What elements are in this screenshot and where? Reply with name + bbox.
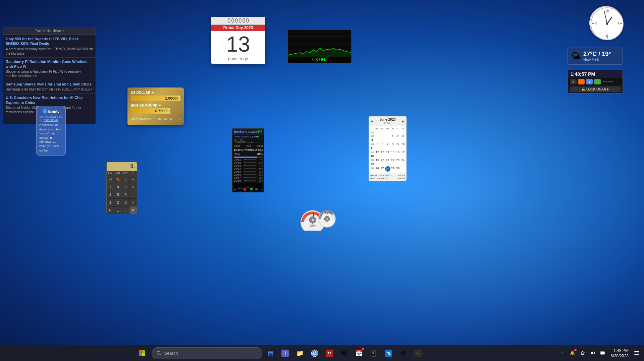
taskbar-phone-btn[interactable]: 📱 [367, 347, 380, 360]
calc-square[interactable]: x² [107, 176, 114, 183]
info-link[interactable]: tomshardware.co m/feeds/all [39, 115, 63, 122]
calc-decimal[interactable]: . [122, 206, 129, 214]
mini-cal-day-cell[interactable]: 29 [390, 166, 395, 172]
taskbar-time: 1:48 PM [611, 348, 629, 354]
mini-cal-day-cell[interactable]: 28 [385, 166, 390, 172]
calc-2[interactable]: 2 [114, 199, 122, 206]
mini-cal-prev[interactable]: ◀ [371, 119, 373, 123]
mini-cal-day-cell[interactable]: 3 [400, 134, 406, 138]
calc-mem-recall[interactable]: MR [114, 171, 122, 176]
mini-cal-day-cell[interactable]: 15 [390, 150, 395, 154]
search-bar[interactable]: Search [152, 347, 262, 359]
start-button[interactable] [136, 347, 149, 360]
taskbar-app7-btn[interactable]: 📅 [352, 347, 366, 360]
calc-mem-clear[interactable]: MC [122, 171, 130, 176]
svg-text:⚙: ⚙ [312, 219, 314, 222]
mini-cal-day-cell[interactable]: 17 [400, 150, 406, 154]
mini-cal-day-cell[interactable]: 10 [400, 142, 406, 146]
mini-cal-day-cell[interactable]: 12 [375, 150, 380, 154]
cpu-core-pct: 2% [257, 171, 263, 173]
mini-cal-day-cell[interactable]: 18 [370, 154, 375, 158]
svg-marker-40 [591, 351, 593, 355]
mini-cal-day-cell[interactable]: 20 [380, 158, 385, 162]
tray-notification[interactable]: 🔔 [568, 348, 577, 358]
mini-cal-day-cell[interactable]: 16 [395, 150, 400, 154]
calc-4[interactable]: 4 [107, 191, 114, 198]
mini-cal-day-cell[interactable]: 23 [395, 158, 400, 162]
lock-button[interactable]: 🔒 LOCK ON/OFF [570, 86, 621, 92]
tray-battery[interactable] [598, 348, 607, 358]
calc-1[interactable]: 1 [107, 199, 114, 206]
mini-cal-day-cell[interactable]: 9 [395, 142, 400, 146]
mini-cal-day-cell[interactable]: 14 [385, 150, 390, 154]
currency-add-btn[interactable]: + [178, 116, 180, 122]
calc-6[interactable]: 6 [122, 191, 129, 198]
notification-center-btn[interactable] [632, 348, 641, 358]
taskbar-teams-btn[interactable]: T [278, 347, 292, 360]
mini-cal-day-cell[interactable]: 25 [370, 162, 375, 166]
calc-9[interactable]: 9 [122, 183, 129, 191]
currency-to-label[interactable]: BRITISH POUND ▼ [131, 104, 180, 107]
calc-multiply[interactable]: × [129, 183, 137, 191]
mini-cal-day-cell[interactable]: 6 [380, 142, 385, 146]
mini-cal-day-cell[interactable]: 22 [390, 158, 395, 162]
news-item-title[interactable]: Only $59 for the Superfast 1TB WD_Black … [6, 37, 93, 46]
taskbar-terminal-btn[interactable]: ≥_ [411, 347, 425, 360]
cpu-core-bar [244, 165, 256, 166]
calc-percent[interactable]: % [114, 176, 122, 183]
taskbar-store-btn[interactable]: 🛍 [382, 347, 395, 360]
calc-plus[interactable]: + [129, 199, 137, 206]
taskbar-widgets-btn[interactable]: ▦ [264, 347, 277, 360]
cpu-core-bar [244, 174, 256, 175]
mini-cal-day-cell[interactable]: 27 [380, 166, 385, 172]
mini-cal-week-row: 262627282930 [370, 166, 406, 172]
calc-sqrt[interactable]: √ [122, 176, 129, 183]
mini-cal-day-cell[interactable]: 30 [395, 166, 400, 172]
mini-cal-day-cell[interactable]: 21 [385, 158, 390, 162]
tray-chevron[interactable]: ^ [558, 348, 567, 358]
mini-cal-day-cell[interactable]: 1 [390, 134, 395, 138]
mini-cal-day-cell[interactable]: 2 [395, 134, 400, 138]
calc-clear[interactable]: C [129, 171, 137, 176]
news-item-title[interactable]: U.S. Considers New Restrictions for AI C… [6, 95, 93, 105]
mini-cal-day-cell[interactable]: 8 [390, 142, 395, 146]
cpu-core-label: Core 7 [234, 177, 243, 179]
weather-icon: 🌤 [571, 51, 581, 62]
tray-volume[interactable] [588, 348, 597, 358]
currency-from-label[interactable]: US DOLLAR ▼ [131, 91, 180, 95]
mini-cal-day-cell[interactable]: 11 [370, 146, 375, 150]
taskbar-filezilla-btn[interactable]: FZ [323, 347, 336, 360]
news-item-title[interactable]: Samsung Shares Plans for 2nm and 1.4nm C… [6, 82, 93, 86]
tray-network[interactable] [578, 348, 587, 358]
calc-8[interactable]: 8 [114, 183, 122, 191]
taskbar-explorer-btn[interactable]: 📁 [293, 347, 307, 360]
currency-to-row: BRITISH POUND ▼ 0.79009 [131, 104, 180, 114]
taskbar-settings-btn[interactable]: ⚙ [396, 347, 410, 360]
mini-cal-day-cell[interactable]: 19 [375, 158, 380, 162]
calc-7[interactable]: 7 [107, 183, 114, 191]
calc-plus-minus[interactable]: ± [114, 206, 122, 214]
mini-cal-day-cell[interactable]: 24 [400, 158, 406, 162]
cpu-core-bar [244, 180, 256, 181]
calc-divide[interactable]: ÷ [129, 176, 137, 183]
mini-cal-day-cell[interactable]: 7 [385, 142, 390, 146]
calc-equals[interactable]: = [129, 206, 137, 214]
news-item-title[interactable]: Raspberry Pi Radiation Monitor Goes Wire… [6, 59, 93, 69]
taskbar-photos-btn[interactable]: 🖼 [337, 347, 351, 360]
svg-text:09%: 09% [310, 224, 316, 227]
taskbar-clock[interactable]: 1:48 PM 6/28/2023 [608, 348, 631, 358]
mini-cal-day-cell[interactable]: 4 [370, 138, 375, 142]
mini-cal-day-cell[interactable]: 5 [375, 142, 380, 146]
taskbar-chrome-btn[interactable] [308, 347, 321, 360]
mini-cal-next[interactable]: ▶ [402, 119, 405, 123]
calc-mem-plus[interactable]: M+ [107, 171, 114, 176]
windows-logo-icon [139, 350, 145, 356]
mini-cal-footer-day-time: 99:99 [398, 177, 405, 180]
calc-0[interactable]: 0 [107, 206, 114, 214]
cpu-free-val: 735MHz [245, 148, 255, 152]
mini-cal-day-cell[interactable]: 26 [375, 166, 380, 172]
calc-3[interactable]: 3 [122, 199, 129, 206]
calc-minus[interactable]: − [129, 191, 137, 198]
mini-cal-day-cell[interactable]: 13 [380, 150, 385, 154]
calc-5[interactable]: 5 [114, 191, 122, 198]
